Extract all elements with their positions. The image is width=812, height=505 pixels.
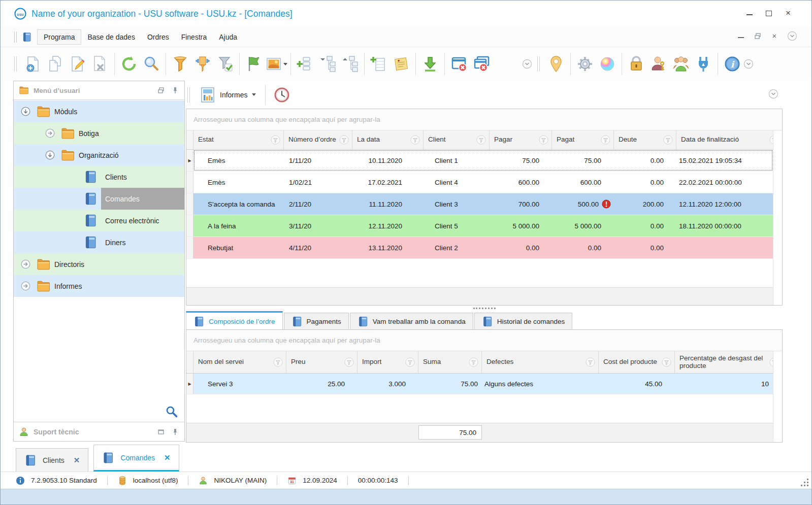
time-tracking-button[interactable]: [271, 83, 293, 107]
column-header-defectes[interactable]: Defectes: [482, 351, 599, 373]
notes-button[interactable]: [390, 52, 412, 76]
menu-ajuda[interactable]: Ajuda: [213, 30, 243, 44]
menu-finestra[interactable]: Finestra: [175, 30, 213, 44]
panel-pin-icon[interactable]: [171, 428, 179, 436]
toolbar-grip[interactable]: [14, 56, 17, 72]
scrollbar-gutter[interactable]: [773, 130, 782, 305]
filter-apply-button[interactable]: [214, 52, 236, 76]
filter-funnel-icon[interactable]: [271, 135, 280, 145]
new-document-button[interactable]: [22, 52, 44, 76]
reports-overflow-chevron-icon[interactable]: [768, 89, 778, 99]
tree-item-moduls[interactable]: Mòduls: [14, 100, 184, 122]
column-header-client[interactable]: Client: [424, 130, 490, 149]
expand-badge-icon[interactable]: [45, 128, 55, 138]
tree-item-organitzacio[interactable]: Organització: [14, 144, 184, 166]
search-button[interactable]: [140, 52, 163, 76]
tab-composicio-ordre[interactable]: Composició de l’ordre: [186, 311, 283, 330]
filter-funnel-icon[interactable]: [405, 357, 415, 367]
child-close-icon[interactable]: ×: [771, 33, 778, 39]
info-button[interactable]: i: [721, 52, 743, 76]
column-header-la-data[interactable]: La data: [352, 130, 424, 149]
order-row-3[interactable]: S'accepta la comanda 2/11/20 11.11.2020 …: [186, 193, 782, 215]
order-row-2[interactable]: Emès 1/02/21 17.02.2021 Client 4 600.00 …: [186, 172, 782, 193]
group-by-hint[interactable]: Arrossegueu una columna que encapçala aq…: [186, 109, 782, 130]
panel-float-icon[interactable]: [157, 86, 165, 94]
collapse-badge-icon[interactable]: [21, 107, 30, 116]
refresh-button[interactable]: [118, 52, 140, 76]
column-header-nom-servei[interactable]: Nom del servei: [193, 351, 286, 373]
column-header-percentatge-desgast[interactable]: Percentatge de desgast del producte: [675, 351, 782, 373]
filter-funnel-icon[interactable]: [469, 357, 478, 367]
close-icon[interactable]: ×: [784, 10, 792, 17]
composition-row-1[interactable]: ▶ Servei 3 25.00 3.000 75.00 Alguns defe…: [186, 374, 782, 394]
minimize-icon[interactable]: [745, 10, 754, 17]
menu-ordres[interactable]: Ordres: [141, 30, 175, 44]
tab-close-icon[interactable]: ✕: [164, 453, 171, 462]
add-list-button[interactable]: [294, 52, 316, 76]
filter-funnel-icon[interactable]: [410, 135, 420, 145]
collapse-badge-icon[interactable]: [45, 150, 55, 160]
column-header-cost-producte[interactable]: Cost del producte: [599, 351, 675, 373]
filter-funnel-icon[interactable]: [662, 357, 671, 367]
tree-item-comandes[interactable]: Comandes: [14, 188, 184, 210]
menu-overflow-chevron-icon[interactable]: [787, 31, 797, 41]
panel-pin-icon[interactable]: [171, 86, 179, 94]
filter-columns-button[interactable]: [191, 52, 214, 76]
doc-tab-clients[interactable]: Clients ✕: [16, 448, 88, 472]
toolbar-overflow-chevron-icon[interactable]: [522, 59, 532, 69]
tree-collapse-button[interactable]: [339, 52, 361, 76]
child-minimize-icon[interactable]: [737, 33, 744, 39]
horizontal-splitter[interactable]: [186, 306, 783, 311]
tree-item-clients[interactable]: Clients: [14, 166, 184, 188]
lock-button[interactable]: [625, 52, 647, 76]
resize-grip[interactable]: [800, 479, 808, 487]
menu-base-de-dades[interactable]: Base de dades: [81, 30, 141, 44]
order-row-1[interactable]: ▶ Emès 1/11/20 10.11.2020 Client 1 75.00…: [186, 150, 782, 172]
close-all-windows-button[interactable]: [470, 52, 493, 76]
filter-funnel-icon[interactable]: [539, 135, 548, 145]
column-header-deute[interactable]: Deute: [614, 130, 676, 149]
column-header-data-finalitzacio[interactable]: Data de finalització: [676, 130, 782, 149]
tree-item-botiga[interactable]: Botiga: [14, 122, 184, 144]
connections-button[interactable]: [692, 52, 714, 76]
copy-document-button[interactable]: [44, 52, 67, 76]
filter-funnel-icon[interactable]: [339, 135, 349, 145]
tree-item-directoris[interactable]: Directoris: [14, 253, 184, 275]
column-header-import[interactable]: Import: [358, 351, 418, 373]
filter-funnel-icon[interactable]: [273, 357, 283, 367]
tab-close-icon[interactable]: ✕: [74, 456, 80, 465]
tab-vam-treballar[interactable]: Vam treballar amb la comanda: [350, 313, 473, 330]
tree-item-informes[interactable]: Informes: [14, 275, 184, 297]
support-panel-header[interactable]: Suport tècnic: [14, 422, 184, 441]
column-header-pagat[interactable]: Pagat: [552, 130, 614, 149]
import-button[interactable]: [419, 52, 441, 76]
toolbar-grip[interactable]: [14, 31, 17, 43]
column-header-estat[interactable]: Estat: [193, 130, 284, 149]
toolbar-overflow-chevron-icon-2[interactable]: [743, 59, 754, 69]
users-button[interactable]: [670, 52, 692, 76]
panel-maximize-icon[interactable]: [157, 428, 165, 436]
column-header-pagar[interactable]: Pagar: [490, 130, 552, 149]
filter-button[interactable]: [169, 52, 191, 76]
doc-tab-comandes[interactable]: Comandes ✕: [93, 445, 179, 472]
tree-item-correu[interactable]: Correu electrònic: [14, 210, 184, 231]
edit-document-button[interactable]: [67, 52, 89, 76]
child-restore-icon[interactable]: [754, 32, 762, 40]
filter-funnel-icon[interactable]: [476, 135, 486, 145]
column-header-preu[interactable]: Preu: [286, 351, 358, 373]
expand-badge-icon[interactable]: [21, 281, 30, 291]
column-header-suma[interactable]: Suma: [418, 351, 482, 373]
filter-funnel-icon[interactable]: [344, 357, 354, 367]
close-window-button[interactable]: [448, 52, 470, 76]
filter-funnel-icon[interactable]: [663, 135, 673, 145]
map-pin-button[interactable]: [545, 52, 567, 76]
order-row-4[interactable]: A la feina 3/11/20 12.11.2020 Client 5 5…: [186, 215, 782, 237]
tree-item-diners[interactable]: Diners: [14, 231, 184, 253]
maximize-icon[interactable]: [765, 10, 773, 17]
tree-expand-button[interactable]: [316, 52, 339, 76]
settings-button[interactable]: [574, 52, 596, 76]
color-theme-button[interactable]: [596, 52, 619, 76]
user-access-button[interactable]: [647, 52, 670, 76]
informes-dropdown-button[interactable]: Informes: [195, 84, 260, 106]
group-by-hint[interactable]: Arrossegueu una columna que encapçala aq…: [186, 330, 782, 351]
